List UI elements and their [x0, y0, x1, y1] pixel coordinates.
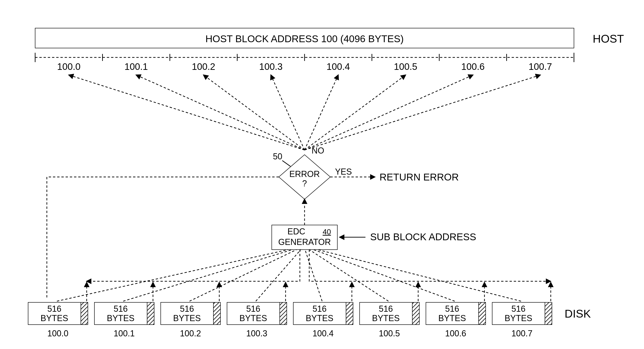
- svg-text:100.0: 100.0: [47, 328, 68, 338]
- svg-text:100.6: 100.6: [445, 328, 466, 338]
- svg-text:516: 516: [512, 304, 526, 314]
- svg-rect-74: [545, 302, 552, 325]
- tick-5: 100.5: [394, 61, 417, 72]
- return-error: RETURN ERROR: [380, 172, 459, 183]
- disk-block-0: 516 BYTES 100.0: [28, 302, 88, 338]
- edc-ref: 40: [322, 228, 331, 236]
- svg-line-25: [256, 250, 301, 301]
- svg-line-18: [304, 75, 473, 150]
- host-block-label: HOST BLOCK ADDRESS 100 (4096 BYTES): [206, 33, 404, 44]
- svg-text:516: 516: [246, 304, 260, 314]
- svg-text:516: 516: [379, 304, 393, 314]
- decision-ref: 50: [273, 152, 282, 161]
- svg-line-17: [304, 75, 406, 150]
- svg-text:BYTES: BYTES: [504, 313, 532, 323]
- svg-rect-59: [346, 302, 353, 325]
- svg-rect-44: [147, 302, 154, 325]
- svg-text:516: 516: [47, 304, 62, 314]
- host-ticks: 100.0 100.1 100.2 100.3 100.4 100.5 100.…: [57, 54, 552, 72]
- svg-line-29: [318, 250, 521, 301]
- svg-line-26: [305, 250, 322, 301]
- svg-text:100.7: 100.7: [512, 328, 532, 338]
- svg-line-13: [136, 75, 304, 150]
- disk-side-label: DISK: [564, 307, 591, 320]
- sub-block-address: SUB BLOCK ADDRESS: [370, 231, 476, 242]
- tick-3: 100.3: [259, 61, 282, 72]
- decision-text-bot: ?: [302, 179, 307, 188]
- edc-line2: GENERATOR: [278, 237, 331, 247]
- disk-block-7: 516 BYTES 100.7: [492, 302, 552, 338]
- svg-text:516: 516: [114, 304, 128, 314]
- decision-text-top: ERROR: [289, 169, 320, 179]
- svg-text:BYTES: BYTES: [40, 313, 68, 323]
- svg-text:BYTES: BYTES: [173, 313, 201, 323]
- disk-block-4: 516 BYTES 100.4: [293, 302, 353, 338]
- svg-text:BYTES: BYTES: [372, 313, 400, 323]
- svg-rect-54: [280, 302, 287, 325]
- svg-text:BYTES: BYTES: [306, 313, 333, 323]
- svg-text:100.2: 100.2: [180, 328, 201, 338]
- svg-text:100.5: 100.5: [379, 328, 400, 338]
- host-side-label: HOST: [593, 33, 624, 45]
- svg-rect-69: [478, 302, 486, 325]
- svg-text:516: 516: [180, 304, 194, 314]
- disk-bus-right: [309, 250, 550, 281]
- svg-line-12: [69, 75, 304, 150]
- svg-text:100.3: 100.3: [246, 328, 267, 338]
- tick-0: 100.0: [57, 61, 80, 72]
- svg-line-16: [304, 75, 338, 150]
- svg-line-22: [57, 250, 288, 301]
- svg-text:100.4: 100.4: [312, 328, 334, 338]
- fanout-up: [69, 75, 540, 150]
- svg-line-28: [314, 250, 455, 301]
- svg-line-23: [123, 250, 292, 301]
- tick-4: 100.4: [326, 61, 350, 72]
- disk-block-6: 516 BYTES 100.6: [426, 302, 486, 338]
- disk-block-2: 516 BYTES 100.2: [161, 302, 220, 338]
- tick-2: 100.2: [192, 61, 215, 72]
- tick-7: 100.7: [528, 61, 552, 72]
- tick-6: 100.6: [461, 61, 485, 72]
- disk-block-5: 516 BYTES 100.5: [360, 302, 419, 338]
- edc-line1: EDC: [288, 227, 305, 236]
- decision-diamond: ERROR ? NO YES 50: [273, 146, 352, 199]
- disk-block-3: 516 BYTES 100.3: [227, 302, 287, 338]
- svg-text:BYTES: BYTES: [107, 313, 134, 323]
- svg-text:516: 516: [312, 304, 326, 314]
- svg-text:516: 516: [445, 304, 459, 314]
- left-wrap: [47, 177, 279, 298]
- svg-line-15: [271, 75, 304, 150]
- svg-line-19: [304, 75, 540, 150]
- svg-text:BYTES: BYTES: [438, 313, 466, 323]
- fanin-from-disk: [57, 250, 521, 301]
- svg-line-14: [204, 75, 304, 150]
- svg-line-21: [282, 161, 290, 166]
- decision-no: NO: [312, 146, 324, 155]
- svg-text:BYTES: BYTES: [240, 313, 267, 323]
- decision-yes: YES: [335, 167, 352, 176]
- tick-1: 100.1: [124, 61, 148, 72]
- svg-line-24: [190, 250, 296, 301]
- svg-text:100.1: 100.1: [114, 328, 135, 338]
- diagram: HOST BLOCK ADDRESS 100 (4096 BYTES) HOST…: [0, 0, 644, 349]
- svg-rect-49: [214, 302, 220, 325]
- svg-rect-64: [412, 302, 419, 325]
- svg-rect-39: [81, 302, 88, 325]
- disk-block-1: 516 BYTES 100.1: [94, 302, 154, 338]
- disk-blocks: 516 BYTES 100.0 516 BYTES 100.1 516 BYTE…: [28, 302, 552, 338]
